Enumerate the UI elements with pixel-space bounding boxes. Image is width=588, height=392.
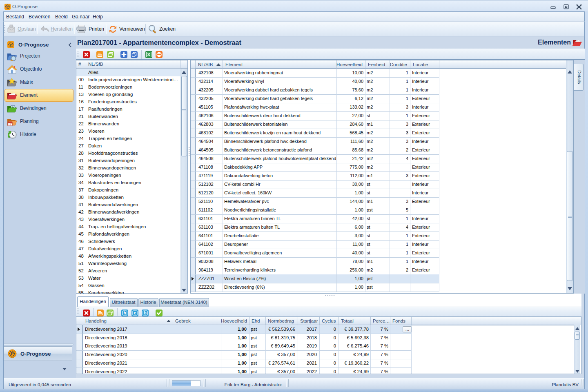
svg-text:b: b — [144, 311, 146, 315]
svg-text:P: P — [11, 352, 14, 356]
svg-text:h: h — [123, 311, 126, 315]
svg-text:c: c — [134, 311, 136, 315]
svg-text:P: P — [7, 5, 9, 9]
svg-text:P: P — [10, 43, 12, 47]
